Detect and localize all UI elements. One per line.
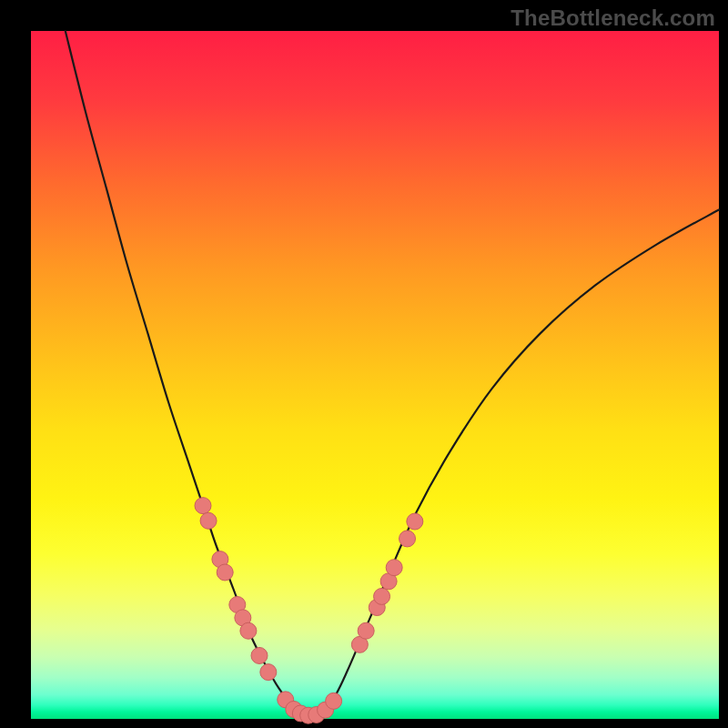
sample-point xyxy=(240,622,257,639)
sample-point xyxy=(358,622,374,639)
sample-point xyxy=(251,647,268,663)
bottleneck-curve xyxy=(66,31,719,716)
sample-point xyxy=(200,512,217,529)
sample-point xyxy=(374,588,390,604)
sample-points-group xyxy=(195,498,423,724)
chart-root: TheBottleneck.com xyxy=(0,0,728,728)
sample-point xyxy=(407,513,423,530)
sample-point xyxy=(195,498,211,514)
sample-point xyxy=(326,693,342,709)
watermark-label: TheBottleneck.com xyxy=(511,5,715,31)
chart-svg xyxy=(31,31,719,719)
sample-point xyxy=(386,560,402,576)
sample-point xyxy=(217,564,233,581)
sample-point xyxy=(399,531,416,547)
sample-point xyxy=(260,664,277,681)
